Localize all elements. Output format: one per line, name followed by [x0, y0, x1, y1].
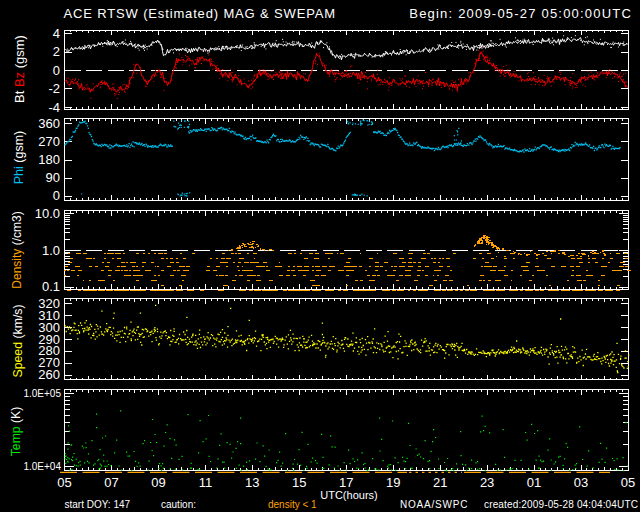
svg-text:09: 09: [151, 475, 165, 490]
svg-text:01: 01: [527, 475, 541, 490]
svg-text:90: 90: [46, 170, 60, 185]
svg-text:Bt Bz (gsm): Bt Bz (gsm): [12, 35, 27, 103]
svg-text:19: 19: [386, 475, 400, 490]
svg-text:11: 11: [199, 475, 213, 490]
svg-text:2: 2: [53, 44, 60, 59]
svg-text:05: 05: [57, 475, 71, 490]
svg-text:0.1: 0.1: [42, 279, 60, 294]
svg-text:03: 03: [574, 475, 588, 490]
svg-text:Speed (km/s): Speed (km/s): [11, 304, 25, 377]
svg-text:-2: -2: [48, 81, 60, 96]
svg-text:ACE RTSW (Estimated) MAG & SWE: ACE RTSW (Estimated) MAG & SWEPAM: [64, 6, 336, 21]
svg-text:17: 17: [339, 475, 353, 490]
svg-text:10.0: 10.0: [35, 206, 60, 221]
svg-text:1.0: 1.0: [42, 243, 60, 258]
svg-text:4: 4: [53, 26, 60, 41]
svg-text:Begin: 2009-05-27 05:00:00UTC: Begin: 2009-05-27 05:00:00UTC: [409, 6, 632, 21]
svg-text:0: 0: [53, 63, 60, 78]
svg-text:created:2009-05-28 04:04:04UTC: created:2009-05-28 04:04:04UTC: [484, 499, 638, 510]
svg-text:13: 13: [245, 475, 259, 490]
svg-text:360: 360: [38, 116, 60, 131]
svg-text:UTC(hours): UTC(hours): [320, 489, 377, 501]
svg-text:caution:: caution:: [161, 499, 196, 510]
svg-text:Phi (gsm): Phi (gsm): [12, 131, 26, 185]
svg-text:Density (/cm3): Density (/cm3): [10, 211, 24, 288]
svg-text:05: 05: [621, 475, 635, 490]
svg-text:1.0E+05: 1.0E+05: [23, 388, 61, 399]
svg-text:180: 180: [38, 152, 60, 167]
svg-text:21: 21: [433, 475, 447, 490]
svg-text:1.0E+04: 1.0E+04: [23, 461, 61, 472]
svg-text:-4: -4: [48, 100, 60, 115]
svg-text:density < 1: density < 1: [268, 499, 317, 510]
svg-text:start DOY: 147: start DOY: 147: [65, 499, 131, 510]
svg-text:07: 07: [104, 475, 118, 490]
svg-text:Temp (K): Temp (K): [9, 407, 23, 456]
svg-text:270: 270: [38, 134, 60, 149]
svg-text:NOAA/SWPC: NOAA/SWPC: [400, 499, 468, 510]
svg-text:15: 15: [292, 475, 306, 490]
svg-text:0: 0: [53, 188, 60, 203]
svg-text:320: 320: [38, 296, 60, 311]
svg-text:23: 23: [480, 475, 494, 490]
